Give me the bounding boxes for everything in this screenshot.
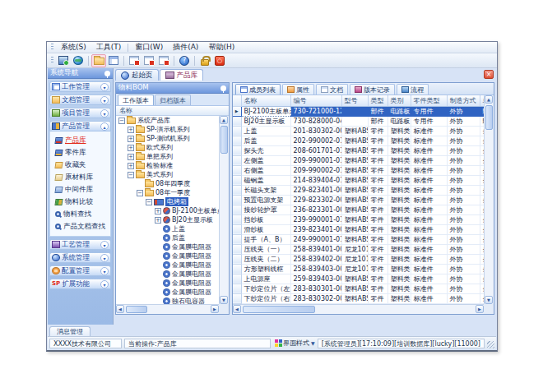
scroll-thumb[interactable] — [126, 306, 147, 313]
tree-node[interactable]: −美式系列 — [116, 170, 219, 179]
column-header-code[interactable]: 编号 — [290, 95, 341, 106]
tree-node[interactable]: 后盖 — [116, 233, 219, 242]
sidebar-group-product-mgmt[interactable]: 产品管理▴ — [49, 121, 111, 131]
folder-open-button[interactable] — [91, 54, 106, 67]
menu-item-2[interactable]: 窗口(W) — [130, 42, 168, 53]
sidebar-item-raw-material-library[interactable]: 原材料库 — [50, 171, 110, 183]
sidebar-group-work-mgmt[interactable]: 工作管理▾ — [49, 81, 111, 92]
tab-workflow[interactable]: 流程 — [397, 84, 429, 95]
menu-item-0[interactable]: 系统(S) — [56, 42, 91, 53]
scroll-down-icon[interactable]: ▼ — [485, 296, 493, 304]
scroll-down-icon[interactable]: ▼ — [220, 296, 228, 304]
tree-node[interactable]: 金属膜电阻器 — [116, 251, 219, 261]
tree-node[interactable]: +检验标准 — [116, 161, 219, 170]
expand-icon[interactable]: + — [155, 217, 161, 224]
table-row[interactable]: 接纱轮护罩236-823301-00X塑料ABS零件塑料类标准件外协条 — [233, 205, 484, 214]
table-row[interactable]: 提手（A、B）249-990001-01X塑料ABS零件塑料类标准件外协条 — [233, 234, 484, 244]
expand-chevron-icon[interactable]: ▾ — [100, 96, 109, 104]
expand-icon[interactable]: + — [155, 208, 161, 214]
sidebar-item-intermediate-library[interactable]: 中间件库 — [50, 183, 110, 196]
tree-node[interactable]: +BJ-2100主板单点 — [116, 206, 219, 215]
table-horizontal-scrollbar[interactable]: ◀ ▶ — [233, 304, 484, 314]
expand-icon[interactable]: + — [128, 127, 134, 133]
tree-node[interactable]: 金属膜电阻器 — [116, 288, 219, 297]
tab-documents[interactable]: 文档 — [316, 84, 348, 95]
tree-column-header[interactable]: 名称 — [116, 106, 229, 116]
tab-version-history[interactable]: 版本记录 — [350, 84, 395, 95]
tab-member-list[interactable]: 成员列表 — [235, 84, 281, 95]
tree-node[interactable]: 金属膜电阻器 — [116, 270, 219, 279]
sidebar-item-material-compare[interactable]: 物料比较 — [50, 196, 110, 208]
tree-node[interactable]: 金属膜电阻器 — [116, 279, 219, 288]
sidebar-group-extensions[interactable]: SP扩展功能▾ — [49, 279, 111, 289]
sidebar-group-doc-mgmt[interactable]: 文档管理▾ — [49, 95, 111, 105]
tree-horizontal-scrollbar[interactable]: ◀ ▶ — [116, 304, 219, 314]
menu-item-1[interactable]: 工具(T) — [91, 42, 127, 53]
tree-node[interactable]: 金属膜电阻器 — [116, 261, 219, 270]
tab-product-library[interactable]: 产品库 — [160, 69, 204, 81]
expand-icon[interactable]: + — [128, 136, 134, 142]
menu-item-3[interactable]: 插件(A) — [168, 42, 203, 53]
tab-start-page[interactable]: 起始页 — [115, 69, 159, 81]
toolbar-grip-icon[interactable] — [51, 57, 53, 64]
scroll-right-icon[interactable]: ▶ — [211, 305, 219, 313]
expand-chevron-icon[interactable]: ▾ — [100, 241, 109, 249]
sidebar-group-project-mgmt[interactable]: 项目管理▾ — [49, 108, 111, 118]
table-row[interactable]: 上盖201-830302-00X塑料ABS零件塑料类标准件外协条 — [233, 126, 484, 136]
scroll-left-icon[interactable]: ◀ — [116, 305, 124, 313]
table-vertical-scrollbar[interactable]: ▲ ▼ — [484, 95, 494, 314]
tree-node[interactable]: +SP-测试机系列 — [116, 134, 219, 143]
table-row[interactable]: 探头壳208-601701-01X塑料ABS零件塑料类标准件外协条 — [233, 145, 484, 155]
tree-node[interactable]: +单把系列 — [116, 152, 219, 161]
scroll-up-icon[interactable]: ▲ — [220, 116, 228, 124]
table-row[interactable]: 长磁头支架229-823401-00X塑料ABS零件塑料类标准件外协条 — [233, 185, 484, 195]
sidebar-item-product-library[interactable]: 产品库 — [50, 134, 110, 146]
tree-node[interactable]: −系统产品库 — [116, 116, 219, 125]
exit-button[interactable]: ○ — [212, 54, 227, 67]
expand-chevron-icon[interactable]: ▾ — [100, 267, 109, 275]
sidebar-item-material-search[interactable]: 物料查找 — [50, 208, 110, 220]
tab-working-version[interactable]: 工作版本 — [118, 95, 154, 105]
table-row[interactable]: 磁钢盖214-839404-01X塑料ABS零件塑料类标准件外协条 — [233, 175, 484, 185]
layout-button[interactable] — [106, 54, 121, 67]
table-row[interactable]: 下纱定位片（左）283-830301-00X塑料ABS零件塑料类标准件外协条 — [233, 284, 484, 293]
scroll-left-icon[interactable]: ◀ — [233, 305, 241, 313]
collapse-icon[interactable]: − — [128, 172, 134, 178]
doc-close-button[interactable] — [127, 54, 142, 67]
expand-icon[interactable]: + — [128, 154, 134, 160]
tree-node[interactable]: 08年四季度 — [116, 179, 219, 188]
table-row[interactable]: 方形塑料线框258-839403-00X尼龙1010零件塑料类标准件外协条 — [233, 264, 484, 274]
table-row[interactable]: 压线夹（二）258-839402-00X尼龙1010零件塑料类标准件外协条 — [233, 254, 484, 264]
sidebar-group-config-mgmt[interactable]: 配置管理▾ — [49, 265, 111, 276]
column-header-type[interactable]: 类型 — [368, 95, 388, 106]
sidebar-item-product-doc-search[interactable]: 产品文档查找 — [50, 220, 110, 233]
sidebar-item-parts-library[interactable]: 零件库 — [50, 146, 110, 159]
menubar-grip-icon[interactable] — [51, 44, 53, 51]
resize-grip[interactable] — [487, 341, 494, 348]
table-row[interactable]: 右侧盖209-990002-01X塑料ABS零件塑料类标准件外协条 — [233, 165, 484, 175]
collapse-icon[interactable]: − — [146, 199, 152, 205]
expand-icon[interactable]: + — [128, 163, 134, 169]
tree-node[interactable]: +BJ20主显示板 — [116, 215, 219, 224]
table-row[interactable]: 左侧盖209-990001-01X塑料ABS零件塑料类标准件外协条 — [233, 155, 484, 165]
scroll-up-icon[interactable]: ▲ — [485, 95, 493, 104]
table-row[interactable]: 预置电源支架229-823302-00X塑料ABS零件塑料类标准件外协条 — [233, 195, 484, 205]
scroll-thumb[interactable] — [220, 126, 228, 154]
doc-export-button[interactable] — [142, 54, 156, 67]
expand-chevron-icon[interactable]: ▾ — [100, 109, 109, 118]
sidebar-group-process-mgmt[interactable]: 工艺管理▾ — [49, 239, 111, 250]
globe-button[interactable] — [71, 54, 86, 67]
scroll-thumb[interactable] — [485, 105, 493, 130]
sidebar-item-favorites[interactable]: 收藏夹 — [50, 159, 110, 171]
tree-node[interactable]: −电烤箱 — [116, 197, 219, 206]
menu-item-4[interactable]: 帮助(H) — [203, 42, 239, 53]
pin-icon[interactable] — [104, 71, 110, 76]
help-button[interactable]: ? — [177, 54, 192, 67]
column-header-category[interactable]: 类别 — [388, 95, 411, 106]
table-row[interactable]: 后盖202-990002-01X塑料ABS零件塑料类标准件外协条 — [233, 136, 484, 145]
collapse-chevron-icon[interactable]: ▴ — [100, 122, 109, 131]
tab-message-management[interactable]: 消息管理 — [49, 326, 90, 336]
close-tab-button[interactable]: × — [484, 70, 494, 79]
table-row[interactable]: BJ20主显示板730-828000-04X部件电路板专用件外协颗 — [233, 116, 484, 126]
expand-chevron-icon[interactable]: ▾ — [100, 254, 109, 262]
